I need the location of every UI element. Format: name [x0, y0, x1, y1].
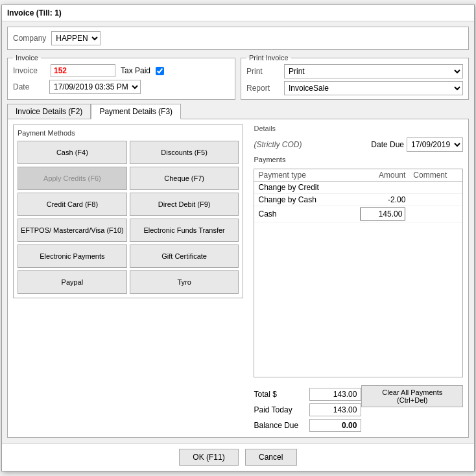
report-select[interactable]: InvoiceSale — [284, 81, 463, 95]
amount-cell — [342, 182, 410, 194]
date-due-row: Date Due 17/09/2019 — [371, 137, 463, 152]
invoice-number-input[interactable] — [51, 64, 115, 77]
print-invoice-fieldset: Print Invoice Print Print Report Invoice… — [241, 54, 469, 100]
cancel-button[interactable]: Cancel — [245, 449, 297, 466]
company-select[interactable]: HAPPEN — [51, 31, 101, 45]
clear-all-payments-button[interactable]: Clear All Payments (Ctrl+Del) — [361, 385, 463, 407]
tyro-button[interactable]: Tyro — [130, 270, 239, 294]
date-label: Date — [13, 82, 45, 91]
payment-type-cell: Change by Credit — [254, 182, 341, 194]
print-select[interactable]: Print — [284, 64, 463, 78]
window-title: Invoice (Till: 1) — [7, 8, 62, 18]
col-amount: Amount — [342, 169, 410, 182]
comment-cell — [409, 194, 462, 206]
payments-label: Payments — [254, 156, 463, 163]
company-section: Company HAPPEN — [7, 27, 469, 50]
direct-debit-button[interactable]: Direct Debit (F9) — [130, 193, 239, 216]
footer-buttons: OK (F11) Cancel — [2, 443, 474, 471]
tabs-bar: Invoice Details (F2) Payment Details (F3… — [7, 104, 469, 119]
payments-table: Payment type Amount Comment Change by Cr… — [254, 169, 462, 222]
amount-cell: -2.00 — [342, 194, 410, 206]
print-label: Print — [246, 67, 279, 76]
balance-due-value: 0.00 — [309, 419, 361, 432]
cheque-button[interactable]: Cheque (F7) — [130, 167, 239, 190]
totals-area: Total $ 143.00 Paid Today 143.00 Balance… — [254, 385, 463, 432]
gift-certificate-button[interactable]: Gift Certificate — [130, 244, 239, 268]
invoice-print-row: Invoice Invoice Tax Paid Date 17/09/2019… — [7, 54, 469, 100]
paid-today-value: 143.00 — [309, 403, 361, 416]
total-value: 143.00 — [309, 388, 361, 401]
total-label: Total $ — [254, 390, 305, 399]
tab-content: Payment Methods Cash (F4) Discounts (F5)… — [7, 119, 469, 438]
date-due-select[interactable]: 17/09/2019 — [407, 137, 463, 152]
electronic-funds-button[interactable]: Electronic Funds Transfer — [130, 219, 239, 242]
tab-payment-details[interactable]: Payment Details (F3) — [91, 104, 181, 119]
comment-cell — [409, 206, 462, 222]
col-payment-type: Payment type — [254, 169, 341, 182]
apply-credits-button[interactable]: Apply Credits (F6) — [18, 167, 127, 190]
paid-today-row: Paid Today 143.00 — [254, 403, 361, 416]
date-due-label: Date Due — [371, 140, 404, 149]
payments-table-container: Payment type Amount Comment Change by Cr… — [254, 169, 463, 377]
title-bar: Invoice (Till: 1) — [2, 5, 474, 21]
payment-type-cell: Change by Cash — [254, 194, 341, 206]
report-label: Report — [246, 84, 279, 93]
electronic-payments-button[interactable]: Electronic Payments — [18, 244, 127, 268]
comment-cell — [409, 182, 462, 194]
invoice-fieldset: Invoice Invoice Tax Paid Date 17/09/2019… — [7, 54, 235, 100]
col-comment: Comment — [409, 169, 462, 182]
eftpos-button[interactable]: EFTPOS/ Mastercard/Visa (F10) — [18, 219, 127, 242]
details-title: Details — [254, 125, 463, 132]
discounts-button[interactable]: Discounts (F5) — [130, 141, 239, 164]
amount-cell[interactable] — [342, 206, 410, 222]
total-row: Total $ 143.00 — [254, 388, 361, 401]
cash-button[interactable]: Cash (F4) — [18, 141, 127, 164]
tab-invoice-details[interactable]: Invoice Details (F2) — [7, 104, 91, 119]
balance-due-label: Balance Due — [254, 421, 305, 430]
balance-due-row: Balance Due 0.00 — [254, 419, 361, 432]
paid-today-label: Paid Today — [254, 405, 305, 414]
ok-button[interactable]: OK (F11) — [179, 449, 238, 466]
tax-paid-checkbox[interactable] — [156, 67, 164, 75]
payment-methods-title: Payment Methods — [18, 129, 239, 137]
credit-card-button[interactable]: Credit Card (F8) — [18, 193, 127, 216]
payment-methods-container: Payment Methods Cash (F4) Discounts (F5)… — [8, 119, 248, 437]
strictly-cod: (Strictly COD) — [254, 140, 302, 149]
table-row: Change by Credit — [254, 182, 462, 194]
details-section: Details (Strictly COD) Date Due 17/09/20… — [248, 119, 468, 437]
payment-methods-grid: Cash (F4) Discounts (F5) Apply Credits (… — [18, 141, 239, 294]
invoice-label: Invoice — [13, 66, 45, 75]
date-select[interactable]: 17/09/2019 03:35 PM — [49, 80, 141, 94]
main-window: Invoice (Till: 1) Company HAPPEN Invoice… — [1, 5, 475, 471]
cash-amount-input[interactable] — [360, 208, 405, 220]
print-invoice-legend: Print Invoice — [246, 54, 291, 62]
tax-paid-label: Tax Paid — [121, 66, 150, 75]
totals-section: Total $ 143.00 Paid Today 143.00 Balance… — [254, 385, 361, 432]
payment-type-cell: Cash — [254, 206, 341, 222]
details-header: (Strictly COD) Date Due 17/09/2019 — [254, 137, 463, 152]
paypal-button[interactable]: Paypal — [18, 270, 127, 294]
invoice-legend: Invoice — [13, 54, 41, 62]
company-label: Company — [13, 34, 46, 43]
table-row: Cash — [254, 206, 462, 222]
table-row: Change by Cash -2.00 — [254, 194, 462, 206]
